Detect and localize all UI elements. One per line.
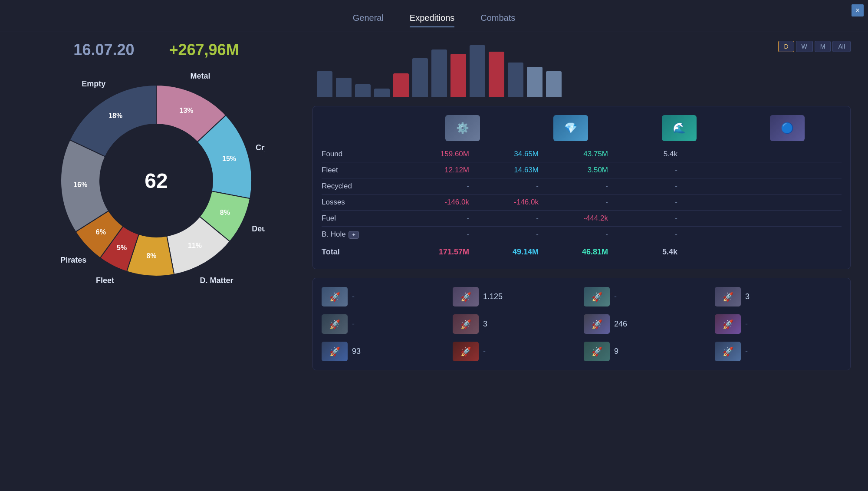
ship-count: 3 — [483, 320, 487, 329]
close-button[interactable]: × — [852, 4, 864, 16]
svg-text:16%: 16% — [73, 181, 87, 188]
ship-count: - — [745, 320, 748, 329]
row-metal: - — [417, 214, 469, 223]
time-btn-w[interactable]: W — [796, 41, 813, 52]
deut-icon: 🌊 — [662, 115, 697, 141]
dm-icon: 🔵 — [770, 115, 805, 141]
ship-count: - — [352, 320, 355, 329]
stats-table-card: ⚙️ 💎 🌊 🔵 Found159.60M34.65M43.75M5.4kFle… — [312, 106, 851, 269]
donut-chart: 13%15%8%11%8%5%6%16%18%MetalCrystalDeutD… — [48, 72, 265, 289]
svg-text:Pirates: Pirates — [60, 256, 86, 264]
row-dm: - — [625, 166, 677, 175]
ship-item: 🚀- — [322, 314, 448, 334]
svg-text:Crystal: Crystal — [256, 143, 265, 152]
stat-value: +267,96M — [169, 41, 239, 59]
time-btn-d[interactable]: D — [778, 41, 794, 52]
stats-row: Fuel---444.2k- — [322, 211, 842, 227]
row-crystal: 14.63M — [487, 166, 539, 175]
ship-count: - — [614, 292, 617, 301]
donut-center-value: 62 — [145, 169, 168, 193]
stat-date: 16.07.20 — [73, 41, 134, 59]
svg-text:5%: 5% — [117, 244, 127, 251]
row-deut: - — [556, 230, 608, 239]
svg-text:13%: 13% — [179, 107, 193, 114]
ship-count: - — [483, 347, 486, 356]
bar-item — [508, 63, 523, 97]
svg-text:18%: 18% — [108, 112, 122, 119]
time-btn-m[interactable]: M — [815, 41, 831, 52]
row-metal: 12.12M — [417, 166, 469, 175]
bar-chart — [312, 41, 781, 97]
row-deut: - — [556, 198, 608, 207]
svg-text:15%: 15% — [222, 155, 236, 162]
ship-item: 🚀1.125 — [453, 287, 579, 306]
stats-row: Found159.60M34.65M43.75M5.4k — [322, 146, 842, 162]
summary-stats: 16.07.20 +267,96M — [17, 41, 295, 59]
bar-item — [431, 49, 447, 97]
row-deut: 3.50M — [556, 166, 608, 175]
svg-text:Empty: Empty — [82, 79, 105, 88]
ship-icon: 🚀 — [584, 287, 610, 306]
total-row: Total171.57M49.14M46.81M5.4k — [322, 242, 842, 260]
ship-icon: 🚀 — [322, 287, 348, 306]
bar-item — [450, 54, 466, 97]
svg-text:Fleet: Fleet — [96, 276, 114, 285]
ship-item: 🚀246 — [584, 314, 710, 334]
time-btn-all[interactable]: All — [832, 41, 851, 52]
tab-combats[interactable]: Combats — [480, 13, 515, 27]
ships-card: 🚀-🚀1.125🚀-🚀3🚀-🚀3🚀246🚀-🚀93🚀-🚀9🚀- — [312, 278, 851, 370]
row-dm: - — [625, 230, 677, 239]
row-crystal: - — [487, 182, 539, 191]
row-crystal: - — [487, 214, 539, 223]
ship-icon: 🚀 — [453, 287, 479, 306]
svg-text:11%: 11% — [188, 242, 202, 249]
svg-text:Deut: Deut — [252, 224, 265, 233]
row-deut: 43.75M — [556, 150, 608, 158]
total-dm: 5.4k — [625, 247, 677, 257]
right-panel: DWMAll ⚙️ 💎 🌊 🔵 — [312, 41, 851, 475]
ship-icon: 🚀 — [584, 314, 610, 334]
svg-text:6%: 6% — [96, 228, 106, 236]
bar-item — [355, 84, 371, 97]
bar-item — [470, 45, 485, 97]
stats-row: B. Hole✦---- — [322, 227, 842, 242]
ship-icon: 🚀 — [322, 314, 348, 334]
svg-text:Metal: Metal — [191, 72, 210, 80]
row-crystal: 34.65M — [487, 150, 539, 158]
ship-item: 🚀- — [584, 287, 710, 306]
stats-row: Fleet12.12M14.63M3.50M- — [322, 162, 842, 178]
bar-item — [527, 67, 542, 97]
ship-count: - — [352, 292, 355, 301]
bar-item — [412, 58, 428, 97]
ship-item: 🚀- — [715, 314, 842, 334]
ship-item: 🚀9 — [584, 342, 710, 361]
ship-count: 93 — [352, 347, 361, 356]
tab-expeditions[interactable]: Expeditions — [410, 13, 454, 27]
bar-item — [489, 52, 504, 97]
ship-item: 🚀3 — [453, 314, 579, 334]
ship-count: 3 — [745, 292, 750, 301]
tab-general[interactable]: General — [353, 13, 384, 27]
ship-count: - — [745, 347, 748, 356]
row-crystal: -146.0k — [487, 198, 539, 207]
ship-icon: 🚀 — [715, 314, 741, 334]
row-dm: 5.4k — [625, 150, 677, 158]
row-deut: -444.2k — [556, 214, 608, 223]
bar-item — [317, 71, 332, 97]
tab-bar: General Expeditions Combats — [0, 0, 868, 32]
row-deut: - — [556, 182, 608, 191]
svg-text:8%: 8% — [220, 209, 230, 216]
ship-count: 246 — [614, 320, 627, 329]
svg-text:8%: 8% — [146, 252, 156, 260]
row-dm: - — [625, 182, 677, 191]
left-panel: 16.07.20 +267,96M 13%15%8%11%8%5%6%16%18… — [17, 41, 295, 475]
ship-icon: 🚀 — [322, 342, 348, 361]
bar-item — [546, 71, 562, 97]
row-metal: - — [417, 230, 469, 239]
row-metal: 159.60M — [417, 150, 469, 158]
ship-item: 🚀- — [453, 342, 579, 361]
bar-item — [336, 78, 352, 97]
row-metal: - — [417, 182, 469, 191]
ship-item: 🚀3 — [715, 287, 842, 306]
ship-item: 🚀- — [322, 287, 448, 306]
